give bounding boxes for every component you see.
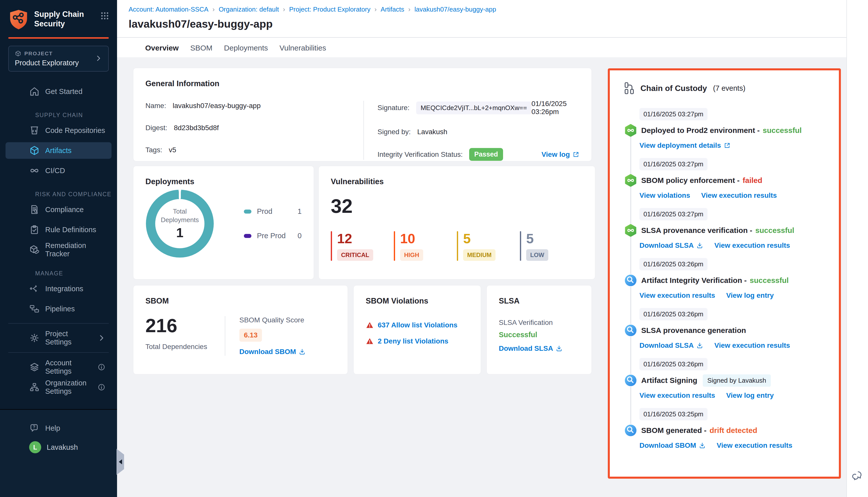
breadcrumb-organization[interactable]: Organization: default [219,5,279,13]
project-selector[interactable]: PROJECT Product Exploratory [8,46,109,72]
download-sbom-link[interactable]: Download SBOM [240,348,306,356]
coc-event: 01/16/2025 03:25pmSBOM generated -drift … [623,408,826,450]
event-link[interactable]: View deployment details [639,141,730,150]
cards-column: General Information Name: lavakush07/eas… [133,68,592,374]
tab-deployments[interactable]: Deployments [224,38,268,58]
integrity-status-label: Integrity Verification Status: [377,151,463,158]
sbom-total-dependencies-value: 216 [145,316,207,335]
event-link[interactable]: View log entry [726,392,773,399]
event-title: SLSA provenance generation [641,326,746,335]
event-link[interactable]: View execution results [701,191,777,199]
sidebar-item-get-started[interactable]: Get Started [5,83,112,100]
chevron-right-icon [98,334,105,342]
event-link[interactable]: Download SLSA [639,341,703,350]
coc-event: 01/16/2025 03:27pmSBOM policy enforcemen… [623,158,826,199]
cube-pill-icon [29,244,40,255]
event-link[interactable]: View execution results [639,292,715,299]
vertical-divider [225,316,225,356]
sidebar-item-integrations[interactable]: Integrations [5,280,112,297]
scs-scan-icon [624,324,637,337]
view-log-link[interactable]: View log [541,151,579,158]
sidebar-item-cicd[interactable]: CI/CD [5,162,112,179]
name-label: Name: [145,102,166,110]
breadcrumb: Account: Automation-SSCA › Organization:… [117,0,847,13]
chat-support-icon[interactable] [852,470,863,482]
sidebar-item-remediation-tracker[interactable]: Remediation Tracker [5,241,112,258]
event-link[interactable]: Download SBOM [639,441,706,450]
page-header: Account: Automation-SSCA › Organization:… [117,0,847,59]
sidebar-item-label: CI/CD [45,167,65,175]
sidebar-item-label: Artifacts [45,146,72,155]
tab-vulnerabilities[interactable]: Vulnerabilities [279,38,326,58]
sidebar-item-label: Account Settings [45,359,92,375]
module-grid-icon[interactable] [100,11,110,22]
breadcrumb-account[interactable]: Account: Automation-SSCA [129,5,208,13]
severity-badge: MEDIUM [463,249,495,261]
right-rail [847,0,868,497]
severity-count: 12 [337,231,373,246]
tab-sbom[interactable]: SBOM [190,38,212,58]
sidebar-footer: Help L Lavakush [0,409,117,497]
warning-icon [366,321,374,329]
severity-badge: CRITICAL [337,249,373,261]
event-link[interactable]: View log entry [726,292,773,299]
document-search-icon [29,204,40,215]
slsa-verification-label: SLSA Verification [499,318,579,327]
sidebar-item-artifacts[interactable]: Artifacts [5,142,112,159]
sidebar-item-project-settings[interactable]: Project Settings [5,330,112,346]
event-status: successful [763,126,802,135]
info-icon[interactable] [98,383,105,391]
total-deployments-value: 1 [176,225,184,240]
legend-item-prod: Prod 1 [244,207,302,216]
sidebar-item-pipelines[interactable]: Pipelines [5,300,112,317]
breadcrumb-artifacts[interactable]: Artifacts [381,5,404,13]
event-link[interactable]: Download SLSA [639,241,703,250]
slsa-verification-status: Successful [499,331,579,339]
slsa-card: SLSA SLSA Verification Successful Downlo… [487,285,592,374]
deployments-donut-chart: Total Deployments 1 [146,190,214,257]
sidebar-item-label: Get Started [45,87,82,96]
event-title: Artifact Integrity Verification - [641,276,747,285]
tab-overview[interactable]: Overview [145,38,178,58]
coc-event: 01/16/2025 03:26pmSLSA provenance genera… [623,308,826,350]
breadcrumb-separator: › [213,5,215,13]
event-timestamp: 01/16/2025 03:26pm [639,258,708,270]
event-title: SBOM generated - [641,426,707,435]
event-link[interactable]: View execution results [714,341,790,350]
sidebar-item-code-repositories[interactable]: Code Repositories [5,122,112,139]
deployments-legend: Prod 1 Pre Prod 0 [244,207,302,240]
sidebar-item-account-settings[interactable]: Account Settings [5,359,112,375]
breadcrumb-project[interactable]: Project: Product Exploratory [289,5,371,13]
sidebar-item-help[interactable]: Help [5,420,112,437]
vulnerabilities-total: 32 [331,195,583,217]
event-link[interactable]: View execution results [717,441,792,450]
cube-icon [29,145,40,156]
event-timestamp: 01/16/2025 03:27pm [639,208,708,221]
sidebar-item-compliance[interactable]: Compliance [5,201,112,218]
project-selector-name: Product Exploratory [15,59,79,67]
app-root: Supply Chain Security PROJECT Product Ex… [0,0,868,497]
event-link[interactable]: View violations [639,191,690,199]
supply-chain-security-logo-icon [9,9,29,31]
event-link[interactable]: View execution results [714,241,790,250]
info-icon[interactable] [98,363,105,371]
sidebar-item-label: Project Settings [45,330,92,346]
breadcrumb-current[interactable]: lavakush07/easy-buggy-app [415,5,496,13]
sidebar-item-organization-settings[interactable]: Organization Settings [5,379,112,396]
allow-list-violations-link[interactable]: 637 Allow list Violations [378,321,457,329]
home-icon [29,86,40,97]
sidebar-item-rule-definitions[interactable]: Rule Definitions [5,222,112,238]
severity-high: 10 HIGH [394,231,457,261]
cd-pipeline-icon [624,174,637,187]
cd-pipeline-icon [624,224,637,237]
download-slsa-link[interactable]: Download SLSA [499,344,563,353]
severity-row: 12 CRITICAL 10 HIGH [331,231,583,261]
event-link[interactable]: View execution results [639,392,715,399]
sidebar-divider [8,352,109,353]
user-menu[interactable]: L Lavakush [5,439,112,456]
sbom-violations-card: SBOM Violations 637 Allow list Violation… [353,285,481,374]
chain-of-custody-event-count: (7 events) [713,84,746,93]
tags-label: Tags: [145,146,162,154]
download-icon [696,342,703,349]
deny-list-violations-link[interactable]: 2 Deny list Violations [378,337,448,345]
